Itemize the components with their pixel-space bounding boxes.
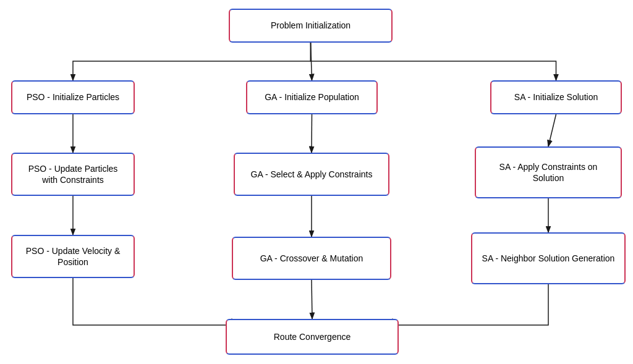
- sa-neighbor-node: SA - Neighbor Solution Generation: [471, 232, 626, 284]
- pso-velocity-node: PSO - Update Velocity & Position: [11, 235, 135, 278]
- sa-apply-label: SA - Apply Constraints on Solution: [483, 161, 613, 184]
- ga-crossover-label: GA - Crossover & Mutation: [260, 253, 363, 264]
- sa-apply-node: SA - Apply Constraints on Solution: [475, 146, 622, 198]
- pso-init-node: PSO - Initialize Particles: [11, 80, 135, 114]
- sa-init-label: SA - Initialize Solution: [514, 91, 598, 103]
- diagram-container: Problem Initialization PSO - Initialize …: [0, 0, 633, 364]
- pso-init-label: PSO - Initialize Particles: [27, 91, 119, 103]
- route-convergence-label: Route Convergence: [274, 331, 351, 342]
- sa-neighbor-label: SA - Neighbor Solution Generation: [482, 253, 615, 264]
- problem-init-node: Problem Initialization: [229, 9, 393, 43]
- ga-select-node: GA - Select & Apply Constraints: [234, 153, 389, 196]
- route-convergence-node: Route Convergence: [226, 319, 399, 355]
- problem-init-label: Problem Initialization: [271, 20, 350, 31]
- pso-velocity-label: PSO - Update Velocity & Position: [20, 245, 126, 268]
- ga-crossover-node: GA - Crossover & Mutation: [232, 237, 391, 280]
- ga-select-label: GA - Select & Apply Constraints: [251, 169, 373, 180]
- pso-update-label: PSO - Update Particles with Constraints: [20, 163, 126, 185]
- ga-init-node: GA - Initialize Population: [246, 80, 378, 114]
- pso-update-node: PSO - Update Particles with Constraints: [11, 153, 135, 196]
- ga-init-label: GA - Initialize Population: [265, 91, 359, 103]
- sa-init-node: SA - Initialize Solution: [490, 80, 622, 114]
